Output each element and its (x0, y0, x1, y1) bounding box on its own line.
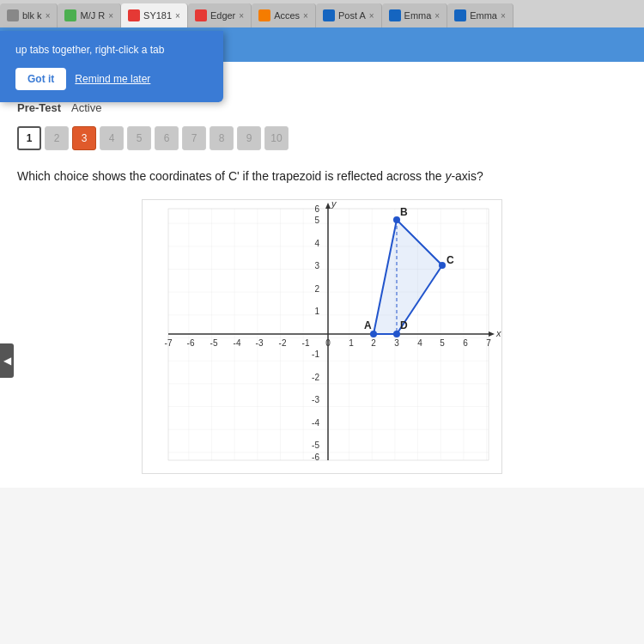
tab-favicon (389, 9, 401, 21)
svg-text:-6: -6 (187, 338, 195, 348)
tab-label: SY181 (143, 10, 172, 21)
question-text-part1: Which choice shows the coordinates of C'… (17, 169, 445, 183)
left-arrow-button[interactable]: ◀ (0, 343, 14, 378)
subtitle-active: Active (71, 101, 101, 114)
question-text: Which choice shows the coordinates of C'… (17, 167, 627, 185)
tab-label: Post A (338, 10, 366, 21)
svg-text:1: 1 (349, 338, 354, 348)
point-D (393, 331, 400, 337)
got-it-button[interactable]: Got it (15, 68, 66, 90)
tab-emma1[interactable]: Emma × (382, 3, 448, 27)
svg-text:7: 7 (486, 338, 491, 348)
svg-text:4: 4 (417, 338, 422, 348)
tab-blk[interactable]: blk k × (0, 3, 58, 27)
point-B (393, 216, 400, 223)
q-btn-1[interactable]: 1 (17, 126, 41, 150)
q-btn-3[interactable]: 3 (72, 126, 96, 150)
tab-favicon (64, 9, 76, 21)
svg-text:-2: -2 (312, 373, 319, 382)
tab-close-icon[interactable]: × (434, 11, 440, 21)
tab-favicon (7, 9, 19, 21)
q-btn-6[interactable]: 6 (155, 126, 179, 150)
svg-text:6: 6 (314, 204, 319, 214)
tab-label: Edger (210, 10, 235, 21)
tab-close-icon[interactable]: × (369, 11, 374, 21)
tab-label: Acces (274, 10, 300, 21)
label-C: C (447, 254, 454, 266)
q-btn-5[interactable]: 5 (127, 126, 151, 150)
question-nav: 1 2 3 4 5 6 7 8 9 10 (17, 126, 627, 150)
q-btn-4[interactable]: 4 (100, 126, 124, 150)
content-area: Reflections Pre-Test Active 1 2 3 4 5 6 … (0, 62, 644, 488)
label-D: D (400, 319, 408, 331)
tab-label: Emma (404, 10, 432, 21)
tab-close-icon[interactable]: × (303, 11, 308, 21)
svg-text:2: 2 (371, 338, 376, 348)
tab-favicon (195, 9, 207, 21)
svg-text:6: 6 (463, 338, 468, 348)
svg-text:3: 3 (394, 338, 399, 348)
svg-text:y: y (331, 199, 337, 209)
svg-text:x: x (495, 328, 501, 338)
tab-sy181[interactable]: SY181 × (121, 3, 188, 27)
svg-text:3: 3 (314, 261, 319, 270)
tab-close-icon[interactable]: × (108, 11, 113, 21)
tab-label: blk k (22, 10, 42, 21)
svg-text:-7: -7 (165, 338, 173, 348)
svg-text:-6: -6 (312, 453, 319, 462)
svg-text:-1: -1 (302, 338, 310, 348)
tab-close-icon[interactable]: × (239, 11, 244, 21)
point-C (439, 262, 446, 269)
svg-marker-4 (325, 203, 331, 209)
tab-mjr[interactable]: M/J R × (58, 3, 121, 27)
q-btn-9[interactable]: 9 (237, 126, 261, 150)
notification-buttons: Got it Remind me later (15, 68, 208, 90)
notification-text: up tabs together, right-click a tab (15, 43, 208, 58)
tab-favicon (258, 9, 270, 21)
tab-acces[interactable]: Acces × (252, 3, 316, 27)
svg-text:5: 5 (314, 216, 319, 225)
svg-text:5: 5 (440, 338, 445, 348)
label-B: B (400, 206, 408, 218)
tab-label: M/J R (80, 10, 105, 21)
question-text-part2: -axis? (451, 169, 483, 183)
tab-edger[interactable]: Edger × (188, 3, 252, 27)
svg-text:-1: -1 (312, 349, 319, 359)
subtitle-pretest: Pre-Test (17, 101, 61, 114)
tab-favicon (323, 9, 335, 21)
q-btn-10[interactable]: 10 (264, 126, 289, 150)
main-content: Reflections Pre-Test Active 1 2 3 4 5 6 … (0, 27, 644, 644)
svg-text:4: 4 (314, 239, 319, 248)
tab-emma2[interactable]: Emma × (447, 3, 513, 27)
tab-label: Emma (470, 10, 497, 21)
svg-text:-4: -4 (234, 338, 241, 348)
subtitle-row: Pre-Test Active (17, 101, 627, 114)
coordinate-graph: 0 1 2 3 4 5 6 7 -1 -2 -3 -4 -5 -6 -7 1 2… (142, 199, 502, 474)
q-btn-7[interactable]: 7 (182, 126, 206, 150)
svg-marker-3 (489, 331, 495, 337)
svg-text:1: 1 (314, 307, 319, 316)
svg-text:-5: -5 (210, 338, 218, 348)
notification-popup: up tabs together, right-click a tab Got … (0, 31, 223, 102)
svg-text:-4: -4 (312, 418, 319, 428)
q-btn-8[interactable]: 8 (210, 126, 234, 150)
label-A: A (364, 319, 372, 331)
tab-post[interactable]: Post A × (316, 3, 382, 27)
remind-later-button[interactable]: Remind me later (75, 73, 150, 85)
svg-text:0: 0 (325, 338, 331, 348)
tab-favicon (454, 9, 466, 21)
svg-text:-5: -5 (312, 440, 319, 450)
svg-text:-2: -2 (279, 338, 287, 348)
svg-text:2: 2 (314, 284, 319, 294)
tab-close-icon[interactable]: × (46, 11, 51, 21)
q-btn-2[interactable]: 2 (45, 126, 69, 150)
graph-container: 0 1 2 3 4 5 6 7 -1 -2 -3 -4 -5 -6 -7 1 2… (17, 199, 627, 474)
tab-close-icon[interactable]: × (175, 11, 180, 21)
svg-text:-3: -3 (312, 395, 319, 404)
tab-favicon (128, 9, 140, 21)
point-A (370, 331, 377, 337)
browser-tab-bar: blk k × M/J R × SY181 × Edger × Acces × … (0, 0, 644, 27)
tab-close-icon[interactable]: × (501, 11, 506, 21)
svg-text:-3: -3 (256, 338, 264, 348)
